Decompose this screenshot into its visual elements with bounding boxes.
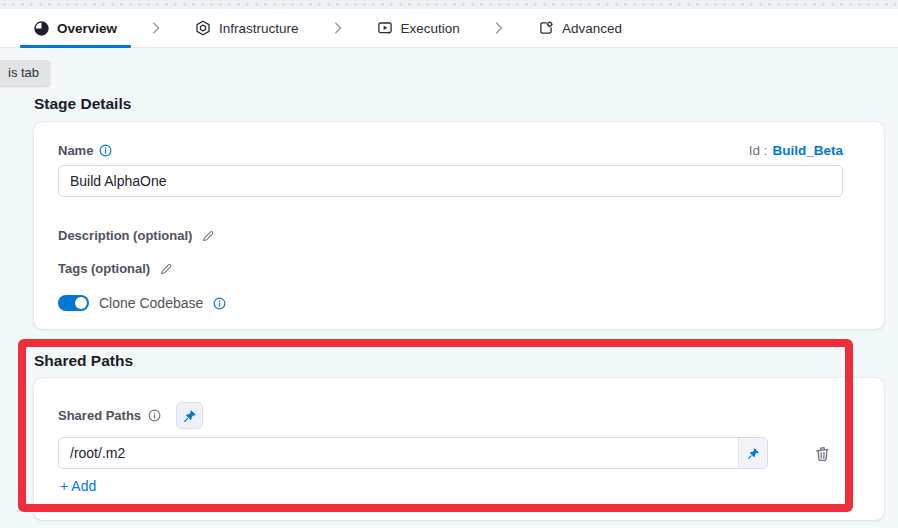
clone-codebase-label: Clone Codebase [99, 295, 203, 311]
chevron-right-icon [331, 21, 345, 35]
tab-execution-label: Execution [401, 21, 460, 36]
stage-name-input[interactable] [58, 165, 843, 197]
tab-advanced-label: Advanced [562, 21, 622, 36]
execution-icon [377, 20, 393, 36]
edit-pencil-icon[interactable] [159, 262, 173, 276]
tab-infrastructure[interactable]: Infrastructure [181, 9, 313, 47]
shared-paths-heading: Shared Paths [34, 352, 133, 370]
edit-pencil-icon[interactable] [201, 229, 215, 243]
overview-icon [34, 21, 49, 36]
tab-advanced[interactable]: Advanced [524, 9, 636, 47]
tab-execution[interactable]: Execution [363, 9, 474, 47]
info-icon[interactable] [148, 409, 161, 422]
shared-paths-card: Shared Paths [34, 378, 884, 520]
shared-path-input-wrap [58, 437, 768, 469]
tooltip-fragment: is tab [0, 60, 50, 86]
infrastructure-icon [195, 20, 211, 36]
clone-codebase-toggle[interactable] [58, 295, 89, 311]
shared-paths-label: Shared Paths [58, 408, 141, 423]
chevron-right-icon [492, 21, 506, 35]
tab-overview-label: Overview [57, 21, 117, 36]
info-icon[interactable] [99, 144, 112, 157]
tab-infrastructure-label: Infrastructure [219, 21, 299, 36]
tab-overview[interactable]: Overview [20, 9, 131, 47]
stage-details-card: Name Id : Build_Beta Description (option… [34, 122, 884, 329]
description-label: Description (optional) [58, 228, 192, 243]
info-icon[interactable] [213, 297, 226, 310]
pin-icon[interactable] [738, 438, 767, 468]
stage-id-label: Id : [749, 143, 768, 158]
stage-config-tab-bar: Overview Infrastructure Execution [0, 9, 898, 48]
stage-id-value: Build_Beta [772, 143, 843, 158]
shared-path-input[interactable] [59, 438, 738, 468]
advanced-icon [538, 20, 554, 36]
chevron-right-icon [149, 21, 163, 35]
add-path-link[interactable]: + Add [60, 478, 96, 494]
tags-label: Tags (optional) [58, 261, 150, 276]
pin-all-button[interactable] [176, 402, 203, 429]
pipeline-canvas-strip [0, 0, 898, 9]
name-label: Name [58, 143, 93, 158]
stage-details-heading: Stage Details [34, 95, 131, 113]
delete-path-button[interactable] [811, 442, 833, 464]
